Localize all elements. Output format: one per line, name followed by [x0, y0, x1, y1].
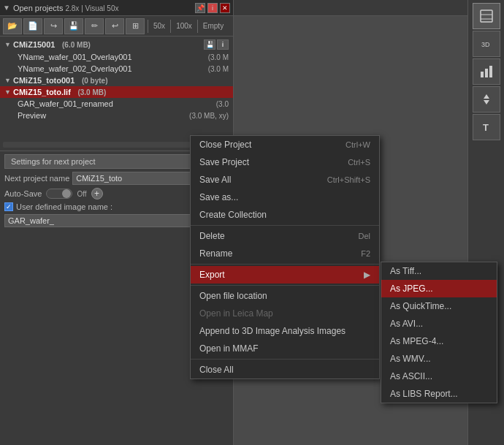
child-name-1-1: YName_wafer_001_Overlay001	[18, 53, 132, 61]
menu-divider-4	[191, 359, 379, 360]
tree-child-1-1[interactable]: YName_wafer_001_Overlay001 (3.0 M	[0, 51, 233, 63]
menu-label-rename: Rename	[199, 248, 232, 259]
center-top-bar	[234, 0, 467, 16]
user-defined-label: User defined image name :	[16, 202, 112, 211]
title-bar: ▼ Open projects 2.8x | Visual 50x 📌 i ✕	[0, 0, 233, 16]
menu-close-project[interactable]: Close Project Ctrl+W	[191, 136, 379, 153]
export-arrow-icon: ▶	[364, 270, 370, 280]
submenu-label-mpeg4: As MPEG-4...	[390, 336, 443, 346]
svg-rect-6	[489, 66, 492, 77]
title-text: Open projects 2.8x | Visual 50x	[13, 4, 192, 12]
menu-export[interactable]: Export ▶	[191, 266, 379, 284]
tree-arrow-3: ▼	[4, 88, 10, 96]
menu-divider-3	[191, 285, 379, 286]
save-button[interactable]: 💾	[64, 18, 83, 34]
group-size-3: (3.0 MB)	[74, 88, 106, 96]
child-size-1-1: (3.0 M	[208, 53, 229, 61]
menu-label-append-3d: Append to 3D Image Analysis Images	[199, 326, 345, 336]
menu-rename[interactable]: Rename F2	[191, 245, 379, 262]
submenu-as-wmv[interactable]: As WMV...	[381, 350, 497, 368]
submenu-as-avi[interactable]: As AVI...	[381, 315, 497, 332]
edit-button[interactable]: ✏	[85, 18, 104, 34]
child-name-3-2: Preview	[18, 111, 46, 120]
submenu-as-ascii[interactable]: As ASCII...	[381, 368, 497, 385]
menu-label-create-collection: Create Collection	[199, 210, 267, 220]
context-menu: Close Project Ctrl+W Save Project Ctrl+S…	[190, 135, 380, 379]
toolbar-separator	[148, 20, 148, 33]
menu-label-open-mmaf: Open in MMAF	[199, 343, 259, 354]
submenu-label-libs-report: As LIBS Report...	[390, 389, 458, 399]
title-icons: 📌 i ✕	[195, 3, 230, 13]
menu-divider-1	[191, 225, 379, 226]
menu-label-save-all: Save All	[199, 175, 231, 185]
open-button[interactable]: 📂	[3, 18, 22, 34]
user-defined-checkbox[interactable]: ✓	[4, 202, 13, 211]
file-tree: ▼ CMiZ15001 (6.0 MB) 💾 i YName_wafer_001…	[0, 37, 233, 139]
undo-button[interactable]: ↩	[105, 18, 124, 34]
import-button[interactable]: ↪	[44, 18, 63, 34]
zoom-50x: 50x	[151, 22, 167, 30]
menu-shortcut-save-project: Ctrl+S	[348, 158, 370, 167]
menu-append-3d[interactable]: Append to 3D Image Analysis Images	[191, 322, 379, 340]
autosave-toggle[interactable]	[46, 189, 72, 199]
menu-label-close-all: Close All	[199, 365, 234, 375]
submenu-as-jpeg[interactable]: As JPEG...	[381, 280, 497, 297]
menu-label-open-leica-map: Open in Leica Map	[199, 308, 273, 319]
submenu-as-quicktime[interactable]: As QuickTime...	[381, 297, 497, 315]
submenu-label-avi: As AVI...	[390, 319, 423, 329]
group-size-2: (0 byte)	[77, 77, 107, 85]
menu-open-mmaf[interactable]: Open in MMAF	[191, 340, 379, 357]
submenu-as-libs-report[interactable]: As LIBS Report...	[381, 385, 497, 403]
pin-button[interactable]: 📌	[195, 3, 205, 13]
svg-text:3D: 3D	[481, 41, 490, 48]
menu-label-open-file-location: Open file location	[199, 291, 267, 301]
chart-icon	[479, 64, 494, 79]
group-name-2: CMiZ15_toto001	[13, 76, 75, 85]
tree-group-2[interactable]: ▼ CMiZ15_toto001 (0 byte)	[0, 75, 233, 86]
tree-child-3-1[interactable]: GAR_wafer_001_renamed (3.0	[0, 98, 233, 110]
svg-marker-7	[484, 94, 489, 99]
svg-text:T: T	[483, 122, 489, 133]
tree-child-3-2[interactable]: Preview (3.0 MB, xy)	[0, 110, 233, 121]
text-button[interactable]: T	[473, 114, 500, 140]
arrow-button[interactable]	[473, 86, 500, 113]
menu-delete[interactable]: Delete Del	[191, 227, 379, 245]
title-arrow: ▼	[3, 4, 10, 12]
menu-open-file-location[interactable]: Open file location	[191, 287, 379, 305]
child-name-1-2: YName_wafer_002_Overlay001	[18, 64, 132, 73]
tree-group-1[interactable]: ▼ CMiZ15001 (6.0 MB) 💾 i	[0, 38, 233, 51]
submenu-label-wmv: As WMV...	[390, 354, 431, 364]
tree-group-3[interactable]: ▼ CMiZ15_toto.lif (3.0 MB)	[0, 86, 233, 98]
new-button[interactable]: 📄	[23, 18, 42, 34]
chart-button[interactable]	[473, 58, 500, 85]
layers-icon	[479, 9, 494, 23]
file-toolbar: 📂 📄 ↪ 💾 ✏ ↩ ⊞ 50x 100x Empty	[0, 16, 233, 37]
svg-rect-5	[485, 69, 488, 77]
child-size-3-1: (3.0	[216, 100, 229, 108]
menu-open-leica-map: Open in Leica Map	[191, 305, 379, 322]
tree-arrow-1: ▼	[4, 41, 10, 48]
info-icon-1[interactable]: i	[217, 39, 229, 50]
menu-save-project[interactable]: Save Project Ctrl+S	[191, 153, 379, 171]
next-project-label: Next project name	[4, 174, 69, 183]
layers-button[interactable]	[473, 3, 500, 29]
save-icon-1[interactable]: 💾	[204, 39, 215, 50]
submenu-as-tiff[interactable]: As Tiff...	[381, 262, 497, 280]
menu-shortcut-delete: Del	[358, 232, 370, 240]
group-size-1: (6.0 MB)	[58, 41, 90, 49]
3d-button[interactable]: 3D	[473, 31, 500, 57]
title-zoom: 2.8x | Visual 50x	[65, 4, 118, 12]
menu-save-as[interactable]: Save as...	[191, 189, 379, 206]
add-autosave-button[interactable]: +	[91, 188, 103, 199]
submenu-as-mpeg4[interactable]: As MPEG-4...	[381, 332, 497, 350]
info-button[interactable]: i	[207, 3, 218, 13]
close-button[interactable]: ✕	[220, 3, 230, 13]
tree-child-1-2[interactable]: YName_wafer_002_Overlay001 (3.0 M	[0, 63, 233, 75]
menu-close-all[interactable]: Close All	[191, 361, 379, 379]
grid-button[interactable]: ⊞	[126, 18, 145, 34]
menu-shortcut-rename: F2	[361, 249, 370, 258]
menu-create-collection[interactable]: Create Collection	[191, 206, 379, 224]
menu-shortcut-close-project: Ctrl+W	[345, 140, 370, 149]
menu-save-all[interactable]: Save All Ctrl+Shift+S	[191, 171, 379, 189]
toolbar-separator2	[170, 20, 171, 33]
